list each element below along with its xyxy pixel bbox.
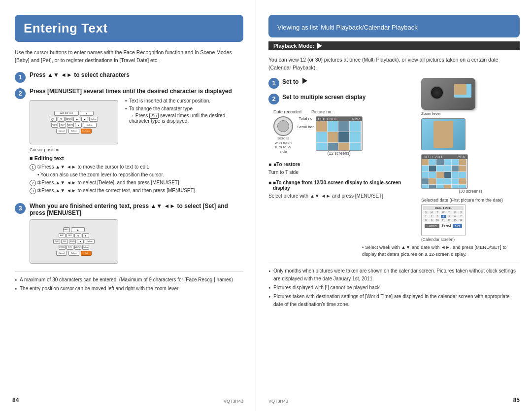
right-step1-num: 1 xyxy=(268,78,279,89)
cal-bottom: Cancel Select Set xyxy=(423,223,464,229)
calendar-screen-label: (Calendar screen) xyxy=(421,237,520,242)
change-title: ■■To change from 12/30-screen display to… xyxy=(268,180,416,191)
dial-image xyxy=(273,116,293,136)
step2-content: Press [MENU/SET] several times until the… xyxy=(30,88,243,198)
keyboard-image: ABC DEF GHI ▲ QHJLMNO ◄► Delete PQRS TUV… xyxy=(30,100,118,144)
cal-grid: S M T W T F S 1 2 3 4 5 6 7 8 xyxy=(423,211,464,222)
right-note-1: Only months when pictures were taken are… xyxy=(268,267,520,283)
playback-mode-bar: Playback Mode: xyxy=(268,41,520,50)
right-page-num: 85 xyxy=(513,397,520,404)
right-title-sub: Multi Playback/Calendar Playback xyxy=(321,24,418,31)
camera-screen-portrait xyxy=(454,84,466,95)
step1-title: Press ▲▼ ◄► to select characters xyxy=(30,71,243,78)
right-steps-col: 1 Set to 2 Set to multiple screen displa… xyxy=(268,78,416,242)
restore-section: ■To restore Turn to T side xyxy=(268,162,416,176)
edit-step3: 3③Press ▲▼ ◄► to select the correct text… xyxy=(30,187,243,195)
right-step1: 1 Set to xyxy=(268,78,416,89)
date-recorded-label: Date recorded xyxy=(273,109,301,114)
screens-12-label: (12 screens) xyxy=(316,151,363,156)
camera-section: Zoom lever xyxy=(421,78,520,150)
right-step1-content: Set to xyxy=(282,78,307,87)
screens-30-label: (30 screens) xyxy=(421,189,520,194)
screen-12-box: DEC 1.20117/197 xyxy=(316,116,363,156)
calendar-note: • Select week with ▲▼ and date with ◄►, … xyxy=(362,244,520,258)
right-step2: 2 Set to multiple screen display xyxy=(268,94,416,104)
set-btn-cal: Set xyxy=(453,224,462,228)
step3-content: When you are finished entering text, pre… xyxy=(30,203,243,267)
right-step1-play-icon xyxy=(302,78,307,84)
zoom-lever-label: Zoom lever xyxy=(421,111,520,116)
step1-content: Press ▲▼ ◄► to select characters xyxy=(30,71,243,80)
big-screen-portrait xyxy=(433,121,453,148)
camera-body xyxy=(421,78,475,110)
playback-mode-label: Playback Mode: xyxy=(273,43,314,49)
edit-step1b: • You can also use the zoom lever to rep… xyxy=(37,171,243,179)
left-note-1: A maximum of 30 characters can be entere… xyxy=(15,276,243,284)
step2-bullet1: Text is inserted at the cursor position. xyxy=(125,97,243,105)
screen-label-row: Date recorded Picture no. xyxy=(273,109,416,114)
cal-cell: S xyxy=(423,211,429,214)
total-no-label: Total no. xyxy=(297,116,314,121)
editing-steps: 1①Press ▲▼ ◄► to move the cursor to text… xyxy=(30,163,243,195)
camera-lens xyxy=(430,86,444,100)
single-screen-display xyxy=(421,118,520,150)
thirty-screen-display: DEC 1.20117/107 xyxy=(421,154,468,189)
picture-no-label: Picture no. xyxy=(311,109,332,114)
calendar-section: Selected date (First picture from the da… xyxy=(421,198,520,242)
screen-30-grid xyxy=(422,159,466,189)
left-intro: Use the cursor buttons to enter names wi… xyxy=(15,49,243,65)
step1-container: 1 Press ▲▼ ◄► to select characters xyxy=(15,71,243,83)
dial-inner xyxy=(277,120,289,132)
edit-step2: 2②Press ▲▼ ◄► to select [Delete], and th… xyxy=(30,179,243,187)
screens-display: Total no. Scroll bar DEC 1.20117/197 xyxy=(297,116,363,158)
step2-container: 2 Press [MENU/SET] several times until t… xyxy=(15,88,243,198)
screen-30-header: DEC 1.20117/107 xyxy=(422,155,467,159)
page-left: Entering Text Use the cursor buttons to … xyxy=(0,0,256,411)
right-intro: You can view 12 (or 30) pictures at once… xyxy=(268,56,520,72)
left-note-2: The entry position cursor can be moved l… xyxy=(15,285,243,293)
right-note-3: Pictures taken with destination settings… xyxy=(268,293,520,308)
right-step1-title: Set to xyxy=(282,78,307,85)
screen-labels: Date recorded Picture no. xyxy=(273,109,416,114)
right-two-col: 1 Set to 2 Set to multiple screen displa… xyxy=(268,78,520,242)
screen-30-section: DEC 1.20117/107 xyxy=(421,154,520,194)
right-title-box: Viewing as list Multi Playback/Calendar … xyxy=(268,15,520,37)
screen-12-section: Total no. Scroll bar DEC 1.20117/197 xyxy=(297,116,363,156)
cal-header: DEC. 1.2011 xyxy=(423,206,464,210)
step2-bullets: Text is inserted at the cursor position.… xyxy=(123,97,243,152)
left-bottom-notes: A maximum of 30 characters can be entere… xyxy=(15,272,243,293)
right-vqt: VQT3H43 xyxy=(268,399,288,404)
right-note-2: Pictures displayed with [!] cannot be pl… xyxy=(268,284,520,292)
step3-title: When you are finished entering text, pre… xyxy=(30,203,243,216)
page-right: Viewing as list Multi Playback/Calendar … xyxy=(256,0,532,411)
step3-number: 3 xyxy=(15,203,26,214)
screen-12-grid xyxy=(316,121,361,151)
step3-container: 3 When you are finished entering text, p… xyxy=(15,203,243,267)
step2-bullet2: To change the character type xyxy=(125,105,243,113)
scroll-bar-label: Scroll bar xyxy=(297,125,314,129)
editing-section: ■ Editing text 1①Press ▲▼ ◄► to move the… xyxy=(30,155,243,195)
edit-step1: 1①Press ▲▼ ◄► to move the cursor to text… xyxy=(30,163,243,171)
right-images-col: Zoom lever DEC 1.20117/107 xyxy=(421,78,520,242)
twelve-screen-display: DEC 1.20117/197 xyxy=(316,116,363,151)
step2-title: Press [MENU/SET] several times until the… xyxy=(30,88,243,95)
step2-arrow: → Press Su several times until the desir… xyxy=(129,113,243,124)
screen-12-row: Total no. Scroll bar DEC 1.20117/197 xyxy=(297,116,363,156)
restore-body: Turn to T side xyxy=(268,169,416,176)
right-title: Viewing as list Multi Playback/Calendar … xyxy=(277,20,511,33)
step1-number: 1 xyxy=(15,72,26,83)
cancel-btn-cal: Cancel xyxy=(425,224,439,228)
scroll-section: Scrolls with each turn to W side Total n… xyxy=(273,116,416,158)
change-section: ■■To change from 12/30-screen display to… xyxy=(268,180,416,200)
cursor-label: Cursor position xyxy=(30,147,118,152)
screen-header: DEC 1.20117/197 xyxy=(316,117,362,121)
right-bottom-notes: Only months when pictures were taken are… xyxy=(268,263,520,308)
left-title-box: Entering Text xyxy=(15,15,243,42)
play-icon xyxy=(317,43,322,49)
right-step2-content: Set to multiple screen display xyxy=(282,94,366,103)
keyboard-image-2: PARTY ▲ ABCDEF ◄► GHI JKL MNO ▼ Delete P… xyxy=(30,219,118,264)
right-step2-title: Set to multiple screen display xyxy=(282,94,366,101)
cal-select-label: Select xyxy=(441,224,451,228)
scrolls-label: Scrolls with each turn to W side xyxy=(273,136,293,154)
calendar-label: Selected date (First picture from the da… xyxy=(421,198,520,203)
